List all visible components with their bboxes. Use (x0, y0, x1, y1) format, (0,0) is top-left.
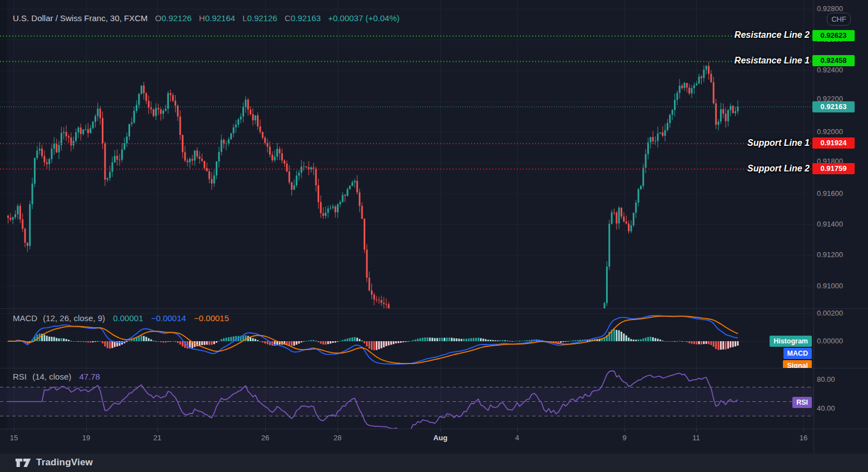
price-tick-label: 0.92400 (817, 65, 843, 75)
low-value: 0.92126 (247, 13, 277, 23)
support-2-price-badge: 0.91759 (812, 163, 855, 174)
resistance-2-price-badge: 0.92623 (812, 30, 855, 41)
open-label: O (155, 13, 162, 23)
rsi-params: (14, close) (32, 372, 71, 381)
tradingview-chart-app: U.S. Dollar / Swiss Franc, 30, FXCM O0.9… (0, 0, 868, 472)
close-label: C (285, 13, 291, 23)
tradingview-logo-text: TradingView (36, 457, 93, 468)
price-tick-label: 0.92000 (817, 127, 843, 137)
change-value: +0.00037 (+0.04%) (328, 13, 399, 23)
close-value: 0.92163 (291, 13, 321, 23)
time-tick-label: 4 (515, 433, 519, 443)
rsi-value: 47.78 (79, 372, 100, 381)
price-tick-label: 0.00200 (817, 308, 843, 318)
rsi-band-layer (0, 387, 814, 416)
macd-header: MACD (12, 26, close, 9) 0.00001 −0.00014… (13, 313, 229, 323)
price-tick-label: 40.00 (817, 404, 835, 414)
macd-title[interactable]: MACD (13, 313, 37, 323)
macd-line-value: −0.00014 (151, 313, 186, 323)
time-tick-label: 9 (622, 433, 626, 443)
rsi-title[interactable]: RSI (13, 372, 27, 381)
time-tick-label: Aug (433, 433, 447, 443)
currency-toggle[interactable]: CHF (827, 13, 851, 26)
footer-bar (0, 454, 868, 472)
time-tick-label: 21 (153, 433, 161, 443)
time-tick-label: 19 (82, 433, 90, 443)
resistance-1-price-badge: 0.92458 (812, 55, 855, 66)
high-label: H (199, 13, 205, 23)
macd-hist-value: 0.00001 (113, 313, 143, 323)
macd-signal-value: −0.00015 (194, 313, 229, 323)
rsi-header: RSI (14, close) 47.78 (13, 372, 100, 381)
support-line-1-label[interactable]: Support Line 1 (747, 137, 810, 149)
macd-params: (12, 26, close, 9) (43, 313, 105, 323)
symbol-title[interactable]: U.S. Dollar / Swiss Franc, 30, FXCM (13, 13, 148, 23)
resistance-line-2-label[interactable]: Resistance Line 2 (735, 29, 810, 41)
price-tick-label: 0.91200 (817, 250, 843, 260)
open-value: 0.92126 (161, 13, 191, 23)
symbol-header: U.S. Dollar / Swiss Franc, 30, FXCM O0.9… (13, 13, 400, 23)
price-tick-label: 0.91600 (817, 189, 843, 199)
tradingview-logo-icon (15, 458, 32, 468)
tradingview-logo-link[interactable]: TradingView (15, 454, 93, 471)
last-price-badge: 0.92163 (812, 101, 855, 112)
time-tick-label: 11 (692, 433, 700, 443)
support-1-price-badge: 0.91924 (812, 137, 855, 149)
time-tick-label: 28 (334, 433, 341, 443)
price-tick-label: 0.91000 (817, 281, 843, 291)
high-value: 0.92164 (205, 13, 235, 23)
time-tick-label: 15 (10, 433, 18, 443)
support-line-2-label[interactable]: Support Line 2 (747, 163, 810, 175)
time-tick-label: 16 (800, 433, 807, 443)
resistance-line-1-label[interactable]: Resistance Line 1 (735, 55, 810, 67)
time-tick-label: 26 (261, 433, 269, 443)
price-tick-label: 80.00 (817, 375, 835, 385)
grid-layer (0, 0, 814, 431)
chart-canvas[interactable] (0, 0, 868, 472)
price-tick-label: 0.00000 (817, 336, 843, 346)
price-tick-label: 0.91400 (817, 219, 843, 229)
